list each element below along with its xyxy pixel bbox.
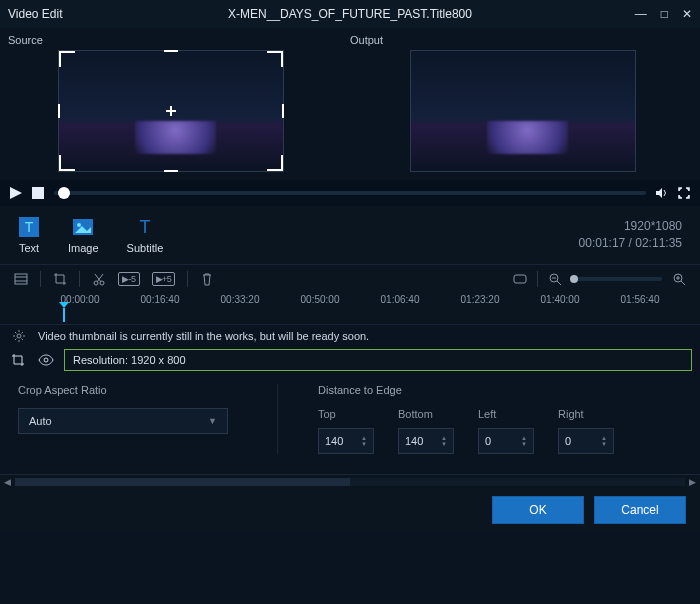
app-title: Video Edit: [8, 7, 63, 21]
scroll-right-icon[interactable]: ▶: [689, 477, 696, 487]
divider: [537, 271, 538, 287]
document-title: X-MEN__DAYS_OF_FUTURE_PAST.Title800: [0, 7, 700, 21]
rollback-5-button[interactable]: ▶-5: [118, 272, 140, 286]
crop-handle-left[interactable]: [58, 104, 60, 118]
close-button[interactable]: ✕: [682, 7, 692, 21]
scroll-thumb[interactable]: [15, 478, 350, 486]
ruler-tick: 01:23:20: [461, 294, 500, 305]
delete-icon[interactable]: [200, 272, 214, 286]
volume-icon[interactable]: [656, 187, 668, 199]
svg-text:T: T: [139, 217, 150, 237]
crop-handle-bottom[interactable]: [164, 170, 178, 172]
tool-subtitle[interactable]: T Subtitle: [127, 216, 164, 254]
zoom-out-icon[interactable]: [548, 272, 562, 286]
tool-text-label: Text: [19, 242, 39, 254]
crop-handle-tr[interactable]: [267, 51, 283, 67]
dist-right-input[interactable]: 0▲▼: [558, 428, 614, 454]
dist-right-label: Right: [558, 408, 614, 420]
output-label: Output: [350, 32, 692, 50]
crop-handle-tl[interactable]: [59, 51, 75, 67]
svg-rect-1: [32, 187, 44, 199]
horizontal-scrollbar: ◀ ▶: [0, 474, 700, 488]
dist-left-label: Left: [478, 408, 534, 420]
zoom-thumb[interactable]: [570, 275, 578, 283]
text-icon: T: [18, 216, 40, 238]
crop-center-cross[interactable]: [166, 106, 176, 116]
dist-bottom-input[interactable]: 140▲▼: [398, 428, 454, 454]
timeline-ruler[interactable]: 00:00:00 00:16:40 00:33:20 00:50:00 01:0…: [0, 292, 700, 322]
ruler-tick: 01:40:00: [541, 294, 580, 305]
svg-point-23: [44, 358, 48, 362]
divider: [187, 271, 188, 287]
meta-resolution: 1920*1080: [579, 218, 682, 235]
scroll-left-icon[interactable]: ◀: [4, 477, 11, 487]
rollfwd-5-button[interactable]: ▶+5: [152, 272, 176, 286]
ruler-tick: 00:50:00: [301, 294, 340, 305]
aspect-ratio-select[interactable]: Auto ▼: [18, 408, 228, 434]
dist-top-label: Top: [318, 408, 374, 420]
cut-icon[interactable]: [92, 272, 106, 286]
ruler-tick: 00:33:20: [221, 294, 260, 305]
source-label: Source: [8, 32, 350, 50]
crop-icon[interactable]: [53, 272, 67, 286]
notice-text: Video thumbnail is currently still in th…: [38, 330, 369, 342]
ruler-tick: 00:16:40: [141, 294, 180, 305]
crop-handle-br[interactable]: [267, 155, 283, 171]
play-button[interactable]: [10, 187, 22, 199]
seek-bar[interactable]: [54, 191, 646, 195]
stop-button[interactable]: [32, 187, 44, 199]
crop-handle-bl[interactable]: [59, 155, 75, 171]
preview-row: Source Output: [0, 28, 700, 180]
meta-time: 00:01:17 / 02:11:35: [579, 235, 682, 252]
ok-button[interactable]: OK: [492, 496, 584, 524]
notice-row: Video thumbnail is currently still in th…: [0, 324, 700, 346]
zoom-slider[interactable]: [572, 277, 662, 281]
ruler-tick: 01:56:40: [621, 294, 660, 305]
resolution-row: Resolution: 1920 x 800: [0, 346, 700, 374]
scroll-track[interactable]: [15, 478, 685, 486]
gear-icon[interactable]: [10, 329, 28, 343]
svg-text:T: T: [25, 219, 34, 235]
player-bar: [0, 180, 700, 206]
timeline-toolbar: ▶-5 ▶+5: [0, 264, 700, 292]
chevron-down-icon: ▼: [208, 416, 217, 426]
svg-marker-0: [10, 187, 22, 199]
svg-point-22: [17, 334, 21, 338]
playhead[interactable]: [63, 308, 65, 322]
crop-mode-icon[interactable]: [8, 353, 28, 367]
aspect-value: Auto: [29, 415, 52, 427]
tool-image[interactable]: Image: [68, 216, 99, 254]
svg-point-6: [77, 223, 81, 227]
tool-text[interactable]: T Text: [18, 216, 40, 254]
fit-icon[interactable]: [513, 272, 527, 286]
film-icon[interactable]: [14, 272, 28, 286]
footer: OK Cancel: [0, 488, 700, 532]
dist-top-input[interactable]: 140▲▼: [318, 428, 374, 454]
divider: [79, 271, 80, 287]
distance-title: Distance to Edge: [318, 384, 682, 396]
tool-subtitle-label: Subtitle: [127, 242, 164, 254]
svg-rect-14: [514, 275, 526, 283]
fullscreen-icon[interactable]: [678, 187, 690, 199]
crop-panel: Crop Aspect Ratio Auto ▼ Distance to Edg…: [0, 374, 700, 474]
zoom-in-icon[interactable]: [672, 272, 686, 286]
toolstrip: T Text Image T Subtitle 1920*1080 00:01:…: [0, 206, 700, 264]
cancel-button[interactable]: Cancel: [594, 496, 686, 524]
dist-left-input[interactable]: 0▲▼: [478, 428, 534, 454]
aspect-title: Crop Aspect Ratio: [18, 384, 267, 396]
tool-image-label: Image: [68, 242, 99, 254]
ruler-tick: 01:06:40: [381, 294, 420, 305]
svg-marker-2: [656, 188, 662, 198]
minimize-button[interactable]: —: [635, 7, 647, 21]
dist-bottom-label: Bottom: [398, 408, 454, 420]
maximize-button[interactable]: □: [661, 7, 668, 21]
svg-rect-9: [15, 274, 27, 284]
seek-thumb[interactable]: [58, 187, 70, 199]
crop-handle-top[interactable]: [164, 50, 178, 52]
crop-handle-right[interactable]: [282, 104, 284, 118]
output-preview: [410, 50, 636, 172]
subtitle-icon: T: [134, 216, 156, 238]
source-preview[interactable]: [58, 50, 284, 172]
eye-icon[interactable]: [36, 353, 56, 367]
resolution-field[interactable]: Resolution: 1920 x 800: [64, 349, 692, 371]
